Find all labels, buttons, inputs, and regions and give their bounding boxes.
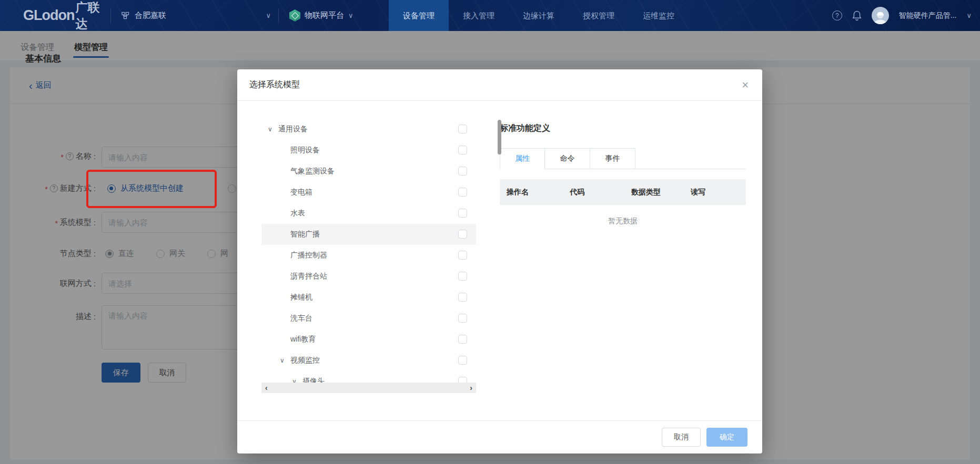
tree-node-label: 摄像头 [302, 377, 325, 383]
tree-node-checkbox[interactable] [458, 356, 467, 365]
tree-node-checkbox[interactable] [458, 314, 467, 323]
tree-node-checkbox[interactable] [458, 230, 467, 239]
tree-node[interactable]: ∨wifi教育 [261, 329, 476, 350]
tree-node[interactable]: ∨智能广播 [261, 224, 476, 245]
panel-title: 标准功能定义 [500, 123, 746, 134]
tree-expand-icon[interactable]: ∨ [292, 378, 302, 383]
nav-item[interactable]: 设备管理 [389, 0, 449, 31]
tree-node-label: 广播控制器 [290, 251, 327, 260]
help-icon[interactable]: ? [832, 11, 842, 20]
tree-node-label: 洗车台 [290, 314, 312, 323]
tree-node[interactable]: ∨水表 [261, 203, 476, 224]
tree-expand-icon[interactable]: ∨ [268, 126, 278, 133]
logo: GLodon 广联达 [23, 0, 110, 31]
tree-node-checkbox[interactable] [458, 272, 467, 281]
tree-node[interactable]: ∨变电箱 [261, 182, 476, 203]
tree-node-checkbox[interactable] [458, 188, 467, 197]
logo-brand-en: GLodon [23, 7, 74, 24]
user-avatar[interactable] [872, 7, 889, 24]
tree-node[interactable]: ∨沥青拌合站 [261, 266, 476, 287]
tree-node[interactable]: ∨摄像头 [261, 371, 476, 383]
tree-node-checkbox[interactable] [458, 167, 467, 176]
model-tree: ∨通用设备∨照明设备∨气象监测设备∨变电箱∨水表∨智能广播∨广播控制器∨沥青拌合… [261, 119, 476, 383]
logo-brand-cn: 广联达 [75, 0, 110, 32]
product-switcher[interactable]: 物联网平台 ∨ [279, 0, 388, 31]
product-name: 物联网平台 [305, 11, 344, 20]
select-system-model-dialog: 选择系统模型 × ∨通用设备∨照明设备∨气象监测设备∨变电箱∨水表∨智能广播∨广… [237, 69, 762, 453]
scroll-right-icon[interactable]: › [470, 384, 472, 391]
tree-node-checkbox[interactable] [458, 251, 467, 260]
function-tabs: 属性命令事件 [500, 148, 746, 169]
standard-function-panel: 标准功能定义 属性命令事件 操作名代码数据类型读写 暂无数据 [500, 123, 746, 226]
tree-node-label: 照明设备 [290, 146, 320, 155]
function-tab-item[interactable]: 事件 [590, 148, 635, 169]
tree-node-label: 摊铺机 [290, 293, 312, 302]
chevron-down-icon[interactable]: ∨ [266, 12, 271, 19]
tree-node-label: 水表 [290, 209, 305, 218]
tree-node-label: wifi教育 [290, 335, 316, 344]
notification-bell-icon[interactable] [852, 11, 862, 21]
tree-node-label: 通用设备 [278, 125, 308, 134]
dialog-title: 选择系统模型 [249, 79, 300, 90]
tree-node-label: 视频监控 [290, 356, 320, 365]
table-column-header: 代码 [570, 188, 631, 197]
main-nav-menu: 设备管理接入管理边缘计算授权管理运维监控 [389, 0, 689, 31]
org-selector[interactable]: 合肥嘉联 ∨ [111, 0, 278, 31]
dialog-footer: 取消 确定 [237, 420, 762, 453]
tree-node-checkbox[interactable] [458, 125, 467, 133]
tree-node[interactable]: ∨洗车台 [261, 308, 476, 329]
tree-node-label: 智能广播 [290, 230, 320, 239]
table-column-header: 读写 [691, 188, 746, 197]
tree-horizontal-scrollbar[interactable]: ‹ › [261, 383, 476, 393]
iot-platform-icon [289, 9, 300, 22]
tree-node-checkbox[interactable] [458, 377, 467, 383]
tree-node-checkbox[interactable] [458, 146, 467, 154]
close-icon[interactable]: × [742, 79, 749, 91]
top-navbar: GLodon 广联达 合肥嘉联 ∨ 物联网平台 ∨ [0, 0, 980, 31]
org-tree-icon [122, 12, 129, 19]
navbar-right: ? 智能硬件产品管... ∨ [832, 0, 972, 31]
tree-node[interactable]: ∨视频监控 [261, 350, 476, 371]
tree-node[interactable]: ∨广播控制器 [261, 245, 476, 266]
tree-node-label: 沥青拌合站 [290, 272, 327, 281]
tree-node[interactable]: ∨摊铺机 [261, 287, 476, 308]
nav-item[interactable]: 接入管理 [449, 0, 509, 31]
empty-state-text: 暂无数据 [500, 216, 746, 226]
tree-node-checkbox[interactable] [458, 293, 467, 302]
nav-item[interactable]: 边缘计算 [509, 0, 569, 31]
screen: GLodon 广联达 合肥嘉联 ∨ 物联网平台 ∨ [0, 0, 980, 464]
tree-node-label: 气象监测设备 [290, 167, 335, 176]
nav-item[interactable]: 运维监控 [629, 0, 689, 31]
current-user-name[interactable]: 智能硬件产品管... [899, 11, 957, 20]
dialog-confirm-button[interactable]: 确定 [706, 428, 747, 447]
function-tab-item[interactable]: 命令 [545, 148, 590, 169]
chevron-down-icon[interactable]: ∨ [348, 12, 353, 19]
tree-vertical-scrollbar[interactable] [498, 120, 501, 154]
tree-node-label: 变电箱 [290, 188, 312, 197]
nav-item[interactable]: 授权管理 [569, 0, 629, 31]
dialog-header: 选择系统模型 × [237, 69, 762, 101]
tree-node[interactable]: ∨气象监测设备 [261, 161, 476, 182]
tree-node-checkbox[interactable] [458, 209, 467, 218]
tree-expand-icon[interactable]: ∨ [280, 357, 290, 364]
table-column-header: 操作名 [507, 188, 570, 197]
tree-node[interactable]: ∨照明设备 [261, 140, 476, 161]
chevron-down-icon[interactable]: ∨ [966, 12, 972, 19]
tree-node[interactable]: ∨通用设备 [261, 119, 476, 140]
org-name: 合肥嘉联 [135, 11, 166, 20]
table-header: 操作名代码数据类型读写 [500, 179, 746, 205]
table-column-header: 数据类型 [631, 188, 691, 197]
function-tab-active[interactable]: 属性 [500, 148, 545, 169]
scroll-left-icon[interactable]: ‹ [265, 384, 268, 391]
annotation-highlight-box [86, 170, 217, 208]
tree-node-checkbox[interactable] [458, 335, 467, 344]
dialog-cancel-button[interactable]: 取消 [662, 428, 701, 447]
